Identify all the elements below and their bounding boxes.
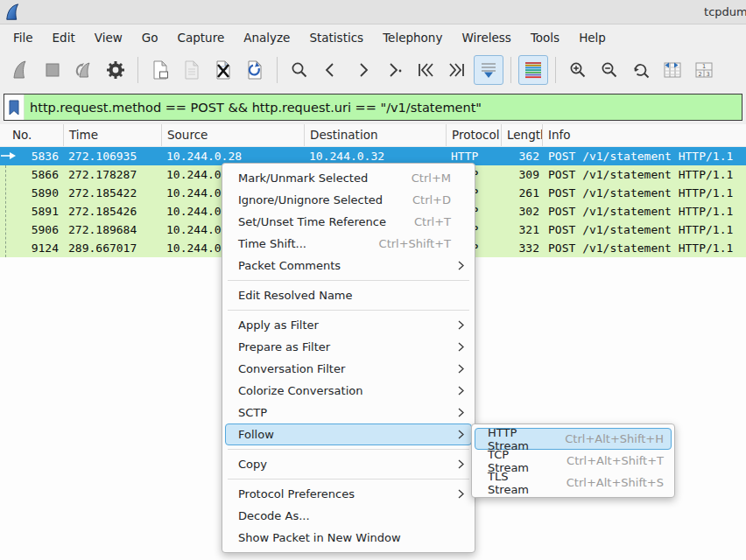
menu-item-label: Copy: [238, 458, 267, 471]
menu-item-shortcut: Ctrl+D: [397, 193, 451, 206]
menu-item-prepare-as-filter[interactable]: Prepare as Filter: [225, 336, 472, 358]
last-packet-icon[interactable]: [442, 55, 472, 85]
zoom-in-icon[interactable]: [563, 55, 593, 85]
bookmark-icon: [7, 99, 21, 116]
submenu-chevron-icon: [458, 342, 464, 352]
menu-item-ignore-unignore[interactable]: Ignore/Unignore SelectedCtrl+D: [225, 189, 472, 211]
layout-icon[interactable]: 123: [689, 55, 719, 85]
packet-context-menu: Mark/Unmark SelectedCtrl+M Ignore/Unigno…: [222, 163, 475, 553]
menu-item-mark-unmark[interactable]: Mark/Unmark SelectedCtrl+M: [225, 167, 472, 189]
column-header-info[interactable]: Info: [543, 124, 746, 146]
cell-time: 289.667017: [64, 239, 162, 257]
svg-text:3: 3: [706, 71, 709, 78]
cell-time: 272.106935: [64, 147, 162, 165]
column-header-no[interactable]: No.: [0, 124, 64, 146]
menu-item-protocol-preferences[interactable]: Protocol Preferences: [225, 483, 472, 505]
menu-item-time-reference[interactable]: Set/Unset Time ReferenceCtrl+T: [225, 211, 472, 233]
menu-item-sctp[interactable]: SCTP: [225, 402, 472, 424]
main-toolbar: 123: [0, 50, 746, 90]
menu-item-colorize-conversation[interactable]: Colorize Conversation: [225, 380, 472, 402]
menu-help[interactable]: Help: [569, 27, 616, 48]
menu-analyze[interactable]: Analyze: [234, 27, 299, 48]
start-capture-icon[interactable]: [6, 55, 36, 85]
column-header-time[interactable]: Time: [64, 124, 162, 146]
menu-item-follow[interactable]: Follow: [225, 424, 472, 445]
related-packets-line: [5, 165, 6, 257]
menu-item-apply-as-filter[interactable]: Apply as Filter: [225, 314, 472, 336]
column-header-protocol[interactable]: Protocol: [447, 124, 502, 146]
menu-edit[interactable]: Edit: [43, 27, 85, 48]
menu-file[interactable]: File: [4, 27, 43, 48]
zoom-out-icon[interactable]: [595, 55, 624, 85]
menu-item-label: Apply as Filter: [238, 318, 319, 332]
follow-submenu: HTTP StreamCtrl+Alt+Shift+H TCP StreamCt…: [471, 424, 675, 498]
cell-time: 272.185422: [64, 184, 162, 202]
cell-length: 332: [502, 239, 543, 257]
column-header-source[interactable]: Source: [162, 124, 305, 146]
open-file-icon[interactable]: [145, 55, 175, 85]
menu-item-label: Time Shift...: [238, 237, 306, 250]
restart-capture-icon[interactable]: [69, 55, 99, 85]
toolbar-separator: [277, 57, 278, 83]
menu-item-time-shift[interactable]: Time Shift...Ctrl+Shift+T: [225, 233, 472, 255]
close-file-icon[interactable]: [208, 55, 238, 85]
cell-length: 309: [502, 165, 543, 184]
menu-statistics[interactable]: Statistics: [299, 27, 373, 48]
menu-item-label: Colorize Conversation: [238, 384, 362, 397]
menu-item-shortcut: Ctrl+Alt+Shift+T: [551, 454, 664, 467]
cell-no: 5891: [0, 202, 64, 220]
stop-capture-icon[interactable]: [38, 55, 67, 85]
packet-list-header: No. Time Source Destination Protocol Len…: [0, 124, 746, 147]
cell-length: 362: [502, 147, 543, 165]
menu-go[interactable]: Go: [132, 27, 168, 48]
submenu-item-tls-stream[interactable]: TLS StreamCtrl+Alt+Shift+S: [475, 472, 672, 494]
menu-item-show-packet-new-window[interactable]: Show Packet in New Window: [225, 527, 472, 549]
cell-no: 5866: [0, 165, 64, 184]
resize-columns-icon[interactable]: [658, 55, 687, 85]
menu-view[interactable]: View: [85, 27, 132, 48]
go-back-icon[interactable]: [316, 55, 346, 85]
menu-separator: [228, 449, 469, 450]
menu-item-label: Packet Comments: [238, 259, 341, 272]
submenu-chevron-icon: [458, 261, 464, 270]
cell-info: POST /v1/statement HTTP/1.1: [543, 220, 746, 239]
menu-item-label: Show Packet in New Window: [238, 531, 401, 544]
go-forward-icon[interactable]: [348, 55, 377, 85]
cell-info: POST /v1/statement HTTP/1.1: [543, 147, 746, 165]
menu-item-label: SCTP: [238, 406, 267, 419]
save-file-icon[interactable]: [177, 55, 207, 85]
filter-bookmark-button[interactable]: [4, 94, 25, 120]
menu-capture[interactable]: Capture: [168, 27, 235, 48]
menu-item-decode-as[interactable]: Decode As...: [225, 505, 472, 527]
cell-time: 272.189684: [64, 220, 162, 239]
menu-item-conversation-filter[interactable]: Conversation Filter: [225, 358, 472, 380]
reload-file-icon[interactable]: [240, 55, 270, 85]
submenu-chevron-icon: [458, 489, 464, 499]
capture-options-gear-icon[interactable]: [101, 55, 130, 85]
first-packet-icon[interactable]: [411, 55, 440, 85]
column-header-destination[interactable]: Destination: [305, 124, 447, 146]
menu-item-label: Decode As...: [238, 509, 310, 522]
menu-telephony[interactable]: Telephony: [373, 27, 452, 48]
display-filter-input[interactable]: [25, 94, 742, 120]
menu-item-copy[interactable]: Copy: [225, 453, 472, 475]
auto-scroll-icon[interactable]: [474, 55, 503, 85]
submenu-item-tcp-stream[interactable]: TCP StreamCtrl+Alt+Shift+T: [475, 450, 672, 472]
menu-item-label: Follow: [238, 428, 274, 441]
menu-tools[interactable]: Tools: [521, 27, 569, 48]
submenu-item-http-stream[interactable]: HTTP StreamCtrl+Alt+Shift+H: [475, 428, 672, 450]
go-to-packet-icon[interactable]: [379, 55, 409, 85]
colorize-packets-icon[interactable]: [518, 55, 548, 85]
column-header-length[interactable]: Length: [502, 124, 543, 146]
toolbar-separator: [137, 57, 138, 83]
menu-item-packet-comments[interactable]: Packet Comments: [225, 255, 472, 276]
menu-wireless[interactable]: Wireless: [452, 27, 521, 48]
zoom-reset-icon[interactable]: [626, 55, 656, 85]
find-packet-icon[interactable]: [285, 55, 314, 85]
menu-item-edit-resolved-name[interactable]: Edit Resolved Name: [225, 284, 472, 306]
menu-item-label: Prepare as Filter: [238, 340, 330, 354]
wireshark-fin-icon: [4, 3, 24, 22]
filter-toolbar: [0, 90, 746, 124]
menu-item-label: TLS Stream: [488, 470, 551, 496]
toolbar-separator: [555, 57, 556, 83]
